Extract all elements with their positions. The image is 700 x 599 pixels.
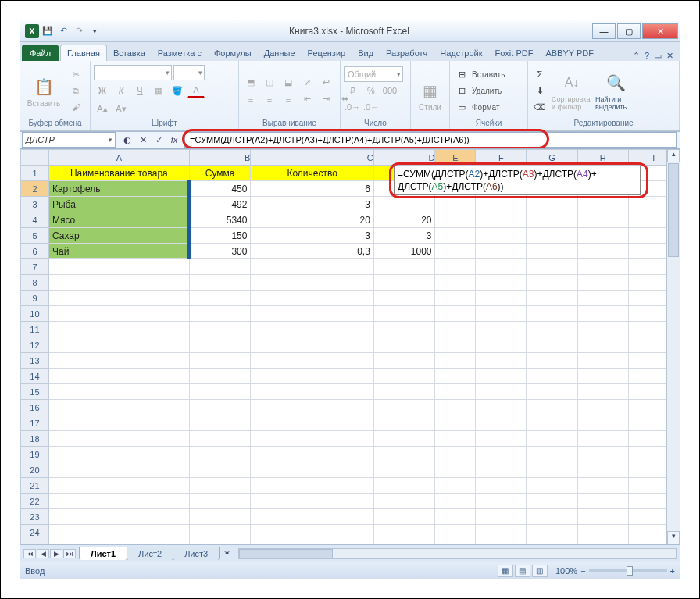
- cell[interactable]: [577, 228, 628, 244]
- row-header-3[interactable]: 3: [21, 197, 49, 212]
- view-page-layout-icon[interactable]: ▤: [515, 565, 530, 577]
- undo-icon[interactable]: ↶: [56, 24, 70, 38]
- row-header[interactable]: 20: [21, 462, 49, 478]
- row-header[interactable]: 14: [21, 369, 49, 384]
- tab-view[interactable]: Вид: [352, 45, 380, 61]
- minimize-ribbon-icon[interactable]: ⌃: [633, 51, 640, 61]
- new-sheet-icon[interactable]: ✶: [219, 548, 235, 558]
- cell-b3[interactable]: 492: [189, 197, 251, 212]
- sheet-tab-3[interactable]: Лист3: [173, 547, 220, 560]
- zoom-in-icon[interactable]: +: [670, 566, 675, 576]
- col-header-g[interactable]: G: [527, 150, 577, 166]
- cell-editor-overlay[interactable]: =СУММ(ДЛСТР(A2)+ДЛСТР(A3)+ДЛСТР(A4)+ ДЛС…: [394, 166, 641, 195]
- cell[interactable]: [476, 197, 527, 212]
- col-header-b[interactable]: B: [189, 150, 251, 166]
- cell-c6[interactable]: 0,3: [251, 244, 373, 259]
- row-header[interactable]: 23: [21, 509, 49, 525]
- delete-cells-label[interactable]: Удалить: [472, 87, 502, 95]
- cell-d3[interactable]: [373, 197, 435, 212]
- clear-icon[interactable]: ⌫: [531, 99, 548, 115]
- cell-c4[interactable]: 20: [251, 212, 373, 228]
- fill-icon[interactable]: ⬇: [531, 83, 548, 98]
- row-header[interactable]: 11: [21, 322, 49, 337]
- maximize-button[interactable]: ▢: [617, 23, 641, 39]
- mdi-close-icon[interactable]: ✕: [666, 51, 673, 61]
- cell-a1[interactable]: Наименование товара: [48, 166, 189, 181]
- fx-icon[interactable]: fx: [167, 135, 181, 144]
- cell-c2[interactable]: 6: [251, 181, 373, 197]
- row-header[interactable]: 16: [21, 400, 49, 415]
- zoom-out-icon[interactable]: −: [580, 566, 585, 576]
- row-header[interactable]: 13: [21, 353, 49, 369]
- row-header[interactable]: 15: [21, 384, 49, 400]
- col-header-a[interactable]: A: [48, 150, 189, 166]
- cell-c3[interactable]: 3: [251, 197, 373, 212]
- col-header-f[interactable]: F: [476, 150, 527, 166]
- cell-b4[interactable]: 5340: [189, 212, 251, 228]
- zoom-slider[interactable]: [589, 569, 667, 572]
- name-box[interactable]: ДЛСТР▾: [22, 132, 116, 148]
- format-cells-label[interactable]: Формат: [472, 103, 500, 112]
- cell-a2[interactable]: Картофель: [48, 181, 189, 197]
- cell-e5[interactable]: [435, 228, 476, 244]
- insert-cells-icon[interactable]: ⊞: [453, 66, 470, 82]
- row-header-6[interactable]: 6: [21, 244, 49, 259]
- col-header-d[interactable]: D: [373, 150, 435, 166]
- tab-insert[interactable]: Вставка: [107, 45, 152, 61]
- cell-a4[interactable]: Мясо: [48, 212, 189, 228]
- cell-c5[interactable]: 3: [251, 228, 373, 244]
- sheet-nav-first-icon[interactable]: ⏮: [23, 549, 36, 558]
- cell[interactable]: [476, 212, 527, 228]
- row-header[interactable]: 10: [21, 306, 49, 322]
- accept-formula-icon[interactable]: ✓: [152, 135, 166, 145]
- select-all-corner[interactable]: [21, 150, 49, 166]
- tab-review[interactable]: Рецензир: [302, 45, 352, 61]
- sheet-nav-last-icon[interactable]: ⏭: [63, 549, 76, 558]
- row-header[interactable]: 21: [21, 478, 49, 494]
- col-header-e[interactable]: E: [435, 150, 476, 166]
- autosum-icon[interactable]: Σ: [531, 66, 548, 82]
- cell-d4[interactable]: 20: [373, 212, 435, 228]
- scroll-down-icon[interactable]: ▾: [667, 531, 680, 544]
- tab-home[interactable]: Главная: [60, 45, 107, 61]
- zoom-level[interactable]: 100%: [555, 566, 577, 576]
- row-header-1[interactable]: 1: [21, 166, 49, 181]
- delete-cells-icon[interactable]: ⊟: [453, 83, 470, 98]
- cell[interactable]: [577, 212, 628, 228]
- save-icon[interactable]: 💾: [41, 24, 55, 38]
- sheet-tab-1[interactable]: Лист1: [79, 547, 127, 560]
- vscroll-thumb[interactable]: [668, 163, 679, 257]
- cell-d6[interactable]: 1000: [373, 244, 435, 259]
- insert-cells-label[interactable]: Вставить: [472, 70, 505, 79]
- qat-dropdown-icon[interactable]: ▾: [88, 24, 102, 38]
- tab-addins[interactable]: Надстройк: [434, 45, 488, 61]
- formula-bar[interactable]: =СУММ(ДЛСТР(A2)+ДЛСТР(A3)+ДЛСТР(A4)+ДЛСТ…: [185, 135, 474, 144]
- cell[interactable]: [527, 212, 577, 228]
- cell[interactable]: [527, 244, 577, 259]
- zoom-thumb[interactable]: [627, 566, 633, 576]
- cell-b2[interactable]: 450: [189, 181, 251, 197]
- cell-b6[interactable]: 300: [189, 244, 251, 259]
- view-page-break-icon[interactable]: ▥: [532, 565, 548, 577]
- enlarge-formula-icon[interactable]: ◐: [120, 135, 134, 145]
- row-header[interactable]: 18: [21, 431, 49, 447]
- row-header[interactable]: 19: [21, 447, 49, 462]
- vertical-scrollbar[interactable]: ▴ ▾: [666, 149, 680, 544]
- tab-data[interactable]: Данные: [258, 45, 302, 61]
- row-header[interactable]: 12: [21, 337, 49, 353]
- tab-formulas[interactable]: Формулы: [208, 45, 258, 61]
- horizontal-scrollbar[interactable]: [238, 548, 677, 559]
- row-header-5[interactable]: 5: [21, 228, 49, 244]
- row-header[interactable]: 9: [21, 291, 49, 306]
- tab-abbyy[interactable]: ABBYY PDF: [539, 45, 600, 61]
- row-header[interactable]: 22: [21, 494, 49, 509]
- row-header-4[interactable]: 4: [21, 212, 49, 228]
- cell-d5[interactable]: 3: [373, 228, 435, 244]
- cell-a5[interactable]: Сахар: [48, 228, 189, 244]
- tab-developer[interactable]: Разработч: [380, 45, 434, 61]
- cell-a3[interactable]: Рыба: [48, 197, 189, 212]
- row-header-2[interactable]: 2: [21, 181, 49, 197]
- row-header[interactable]: 17: [21, 415, 49, 431]
- close-button[interactable]: ✕: [642, 23, 678, 39]
- sheet-tab-2[interactable]: Лист2: [127, 547, 173, 560]
